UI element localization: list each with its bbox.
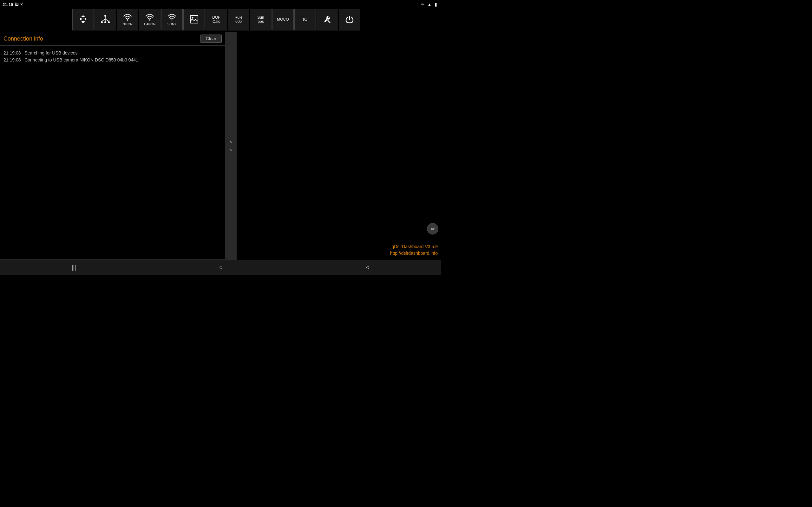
ic-label: IC: [303, 17, 307, 22]
network-icon: [101, 14, 110, 25]
svg-point-2: [108, 21, 110, 23]
power-icon: [345, 15, 354, 25]
status-right-icons: ✏ ▲ ▮: [421, 2, 438, 7]
battery-icon: ▮: [435, 2, 437, 7]
svg-rect-10: [190, 15, 198, 23]
nikon-wifi-icon: [123, 13, 132, 22]
status-time: 21:19: [3, 2, 13, 7]
svg-point-1: [101, 21, 103, 23]
nikon-button[interactable]: NIKON: [117, 9, 138, 31]
dof-calc-label: DOFCalc: [212, 15, 220, 24]
usb-icon: [78, 14, 88, 25]
nav-back-button[interactable]: <: [360, 262, 376, 274]
connection-panel: Connection info Clear 21:19:08 Searching…: [0, 32, 225, 260]
rule600-label: Rule600: [235, 15, 243, 24]
sunpos-button[interactable]: Sunpos: [250, 9, 271, 31]
sony-wifi-icon: [167, 13, 177, 22]
nav-menu-button[interactable]: |||: [65, 262, 83, 274]
status-bar: 21:19 🖼 ✕ ✏ ▲ ▮: [0, 0, 441, 9]
edit-icon: ✏: [431, 226, 435, 232]
log-entry-2: 21:19:08 Connecting to USB camera NIKON …: [3, 56, 222, 63]
power-button[interactable]: [339, 9, 360, 31]
svg-point-3: [104, 21, 106, 23]
version-url[interactable]: http://dslrdashboard.info: [390, 250, 438, 257]
svg-point-11: [192, 17, 194, 18]
moco-label: MOCO: [277, 17, 289, 21]
clear-button[interactable]: Clear: [200, 35, 222, 43]
nikon-label: NIKON: [122, 22, 133, 26]
log-message-2: Connecting to USB camera NIKON DSC D850 …: [24, 57, 138, 62]
canon-label: CANON: [144, 22, 155, 26]
scroll-arrows: < <: [229, 138, 234, 153]
toolbar: NIKON CANON SONY: [72, 9, 360, 31]
scroll-arrow-1[interactable]: <: [229, 138, 234, 146]
tools-button[interactable]: [316, 9, 338, 31]
dof-calc-button[interactable]: DOFCalc: [206, 9, 227, 31]
pencil-icon: ✏: [421, 2, 424, 7]
log-timestamp-1: 21:19:08: [3, 50, 21, 55]
svg-line-5: [102, 19, 105, 21]
gallery-button[interactable]: [183, 9, 205, 31]
svg-point-9: [171, 20, 172, 20]
log-timestamp-2: 21:19:08: [3, 57, 21, 62]
svg-point-7: [127, 20, 128, 20]
log-entry-1: 21:19:08 Searching for USB devices: [3, 49, 222, 56]
close-icon: ✕: [20, 2, 23, 7]
main-area: Connection info Clear 21:19:08 Searching…: [0, 32, 441, 260]
version-info: qDslrDashboard V3.5.9 http://dslrdashboa…: [390, 243, 438, 257]
tools-icon: [323, 15, 332, 25]
network-button[interactable]: [95, 9, 116, 31]
usb-button[interactable]: [72, 9, 94, 31]
svg-line-6: [105, 19, 109, 21]
scroll-arrow-2[interactable]: <: [229, 146, 234, 153]
log-message-1: Searching for USB devices: [24, 50, 78, 55]
sony-label: SONY: [167, 22, 176, 26]
sony-button[interactable]: SONY: [161, 9, 183, 31]
image-icon: 🖼: [15, 2, 19, 7]
log-area: 21:19:08 Searching for USB devices 21:19…: [0, 46, 225, 67]
canon-button[interactable]: CANON: [139, 9, 160, 31]
nav-home-button[interactable]: ○: [213, 262, 229, 274]
svg-point-0: [104, 15, 106, 17]
connection-title: Connection info: [3, 36, 43, 42]
side-panel: < <: [225, 32, 237, 260]
nav-bar: ||| ○ <: [0, 260, 441, 275]
svg-point-8: [149, 20, 150, 20]
rule600-button[interactable]: Rule600: [228, 9, 249, 31]
canon-wifi-icon: [145, 13, 154, 22]
ic-button[interactable]: IC: [294, 9, 316, 31]
edit-fab[interactable]: ✏: [427, 223, 438, 234]
wifi-icon: ▲: [427, 2, 432, 7]
moco-button[interactable]: MOCO: [272, 9, 294, 31]
sunpos-label: Sunpos: [257, 15, 264, 24]
version-app-name[interactable]: qDslrDashboard V3.5.9: [390, 243, 438, 250]
gallery-icon: [190, 15, 199, 25]
connection-header: Connection info Clear: [0, 32, 225, 46]
